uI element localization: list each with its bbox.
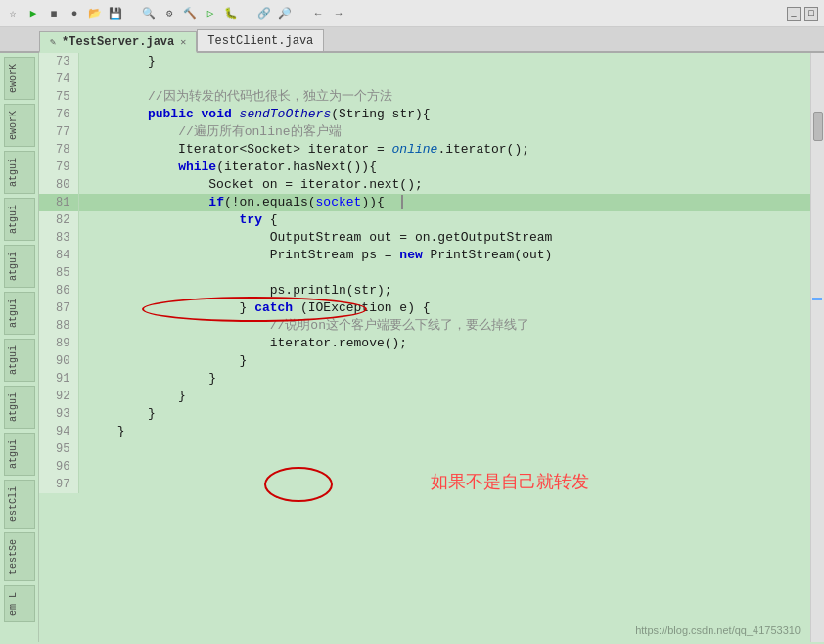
table-row: 92 }: [39, 388, 810, 405]
tab-testserver[interactable]: ✎ *TestServer.java ✕: [39, 31, 197, 53]
code-line: [78, 264, 810, 282]
toolbar-icon-save[interactable]: 💾: [107, 5, 124, 23]
keyword-catch: catch: [254, 300, 293, 315]
toolbar-icon-link[interactable]: 🔗: [255, 5, 273, 23]
table-row: 91 }: [39, 370, 810, 388]
table-row: 94 }: [39, 423, 810, 440]
toolbar-icon-back[interactable]: ←: [309, 5, 327, 23]
sidebar-item-2[interactable]: atgui: [4, 151, 35, 194]
table-row: 84 PrintStream ps = new PrintStream(out): [39, 247, 810, 264]
minimize-button[interactable]: _: [787, 7, 801, 21]
table-row: 75 //因为转发的代码也很长，独立为一个方法: [39, 88, 810, 106]
code-line: //因为转发的代码也很长，独立为一个方法: [78, 88, 810, 106]
tab-testclient[interactable]: TestClient.java: [197, 29, 324, 51]
toolbar-icon-search[interactable]: 🔍: [140, 5, 158, 23]
code-line: [78, 440, 810, 458]
toolbar-icon-zoom[interactable]: 🔎: [276, 5, 294, 23]
table-row: 86 ps.println(str);: [39, 282, 810, 299]
sidebar-item-10[interactable]: testSe: [4, 532, 35, 581]
table-row: 73 }: [39, 53, 810, 70]
toolbar-icon-hammer[interactable]: 🔨: [181, 5, 199, 23]
table-row: 88 //说明on这个客户端要么下线了，要么掉线了: [39, 317, 810, 335]
code-line: try {: [78, 211, 810, 229]
line-number: 91: [39, 370, 78, 388]
toolbar-icon-gear[interactable]: ⚙: [160, 5, 178, 23]
toolbar-icon-bug[interactable]: 🐛: [222, 5, 240, 23]
line-number: 96: [39, 458, 78, 476]
table-row: 83 OutputStream out = on.getOutputStream: [39, 229, 810, 247]
sidebar-item-0[interactable]: eworK: [4, 57, 35, 100]
code-line: Iterator<Socket> iterator = online.itera…: [78, 141, 810, 159]
toolbar-icon-star[interactable]: ☆: [4, 5, 22, 23]
left-sidebar: eworK eworK atgui atgui atgui atgui atgu…: [0, 53, 39, 642]
method-name: sendToOthers: [240, 107, 332, 121]
toolbar-icon-forward[interactable]: →: [330, 5, 347, 23]
table-row: 85: [39, 264, 810, 282]
code-line: //遍历所有online的客户端: [78, 123, 810, 141]
keyword-new: new: [399, 248, 422, 262]
right-scrollbar[interactable]: [810, 53, 824, 642]
sidebar-item-6[interactable]: atgui: [4, 339, 35, 382]
table-row: 76 public void sendToOthers(String str){: [39, 106, 810, 123]
line-number: 77: [39, 123, 78, 141]
line-number: 74: [39, 70, 78, 88]
sidebar-item-5[interactable]: atgui: [4, 292, 35, 335]
main-area: eworK eworK atgui atgui atgui atgui atgu…: [0, 53, 824, 642]
tab-testclient-label: TestClient.java: [207, 34, 313, 48]
keyword-try: try: [240, 212, 262, 227]
table-row: 77 //遍历所有online的客户端: [39, 123, 810, 141]
table-row: 90 }: [39, 352, 810, 370]
keyword-while: while: [178, 160, 216, 174]
sidebar-item-1[interactable]: eworK: [4, 104, 35, 147]
annotation-text-line91: 如果不是自己就转发: [431, 470, 589, 493]
code-line: }: [78, 423, 810, 440]
code-line: if(!on.equals(socket)){: [78, 194, 810, 211]
keyword-if: if: [208, 195, 224, 209]
toolbar-icon-play[interactable]: ▶: [24, 5, 42, 23]
keyword-void: void: [202, 107, 232, 121]
line-number: 97: [39, 476, 78, 493]
line-number: 89: [39, 335, 78, 352]
scrollbar-thumb[interactable]: [813, 112, 823, 141]
sidebar-item-7[interactable]: atgui: [4, 386, 35, 429]
line-number: 79: [39, 159, 78, 176]
watermark: https://blog.csdn.net/qq_41753310: [635, 624, 801, 636]
line-number: 83: [39, 229, 78, 247]
toolbar-icon-dot[interactable]: ●: [66, 5, 83, 23]
toolbar-icon-folder[interactable]: 📂: [86, 5, 104, 23]
code-line: //说明on这个客户端要么下线了，要么掉线了: [78, 317, 810, 335]
window-controls: _ □: [787, 0, 824, 27]
code-line: ps.println(str);: [78, 282, 810, 299]
table-row: 95: [39, 440, 810, 458]
line-number: 95: [39, 440, 78, 458]
line-number: 75: [39, 88, 78, 106]
code-line: }: [78, 370, 810, 388]
line-number: 80: [39, 176, 78, 194]
toolbar-icons: ☆ ▶ ◼ ● 📂 💾 🔍 ⚙ 🔨 ▷ 🐛 🔗 🔎 ← →: [4, 5, 347, 23]
toolbar-icon-stop[interactable]: ◼: [45, 5, 63, 23]
sidebar-item-11[interactable]: em L: [4, 585, 35, 622]
code-line: }: [78, 352, 810, 370]
code-comment: //因为转发的代码也很长，独立为一个方法: [87, 89, 392, 104]
code-area[interactable]: 73 } 74 75 //因为转发的代码也很长，独立为一个方法: [39, 53, 810, 642]
line-number: 94: [39, 423, 78, 440]
scrollbar-mark-1: [812, 298, 822, 300]
sidebar-item-8[interactable]: atgui: [4, 433, 35, 476]
table-row: 80 Socket on = iterator.next();: [39, 176, 810, 194]
sidebar-item-3[interactable]: atgui: [4, 198, 35, 241]
line-number: 82: [39, 211, 78, 229]
toolbar-icon-play2[interactable]: ▷: [202, 5, 219, 23]
table-row: 81 if(!on.equals(socket)){: [39, 194, 810, 211]
table-row: 74: [39, 70, 810, 88]
maximize-button[interactable]: □: [804, 7, 818, 21]
tab-testserver-label: *TestServer.java: [62, 35, 174, 49]
code-line: while(iterator.hasNext()){: [78, 159, 810, 176]
tab-bar: ✎ *TestServer.java ✕ TestClient.java: [0, 27, 824, 53]
code-line: OutputStream out = on.getOutputStream: [78, 229, 810, 247]
table-row: 89 iterator.remove();: [39, 335, 810, 352]
sidebar-item-9[interactable]: estCli: [4, 480, 35, 529]
edit-icon: ✎: [50, 36, 56, 48]
sidebar-item-4[interactable]: atgui: [4, 245, 35, 288]
tab-testserver-close[interactable]: ✕: [180, 36, 186, 48]
table-row: 97: [39, 476, 810, 493]
